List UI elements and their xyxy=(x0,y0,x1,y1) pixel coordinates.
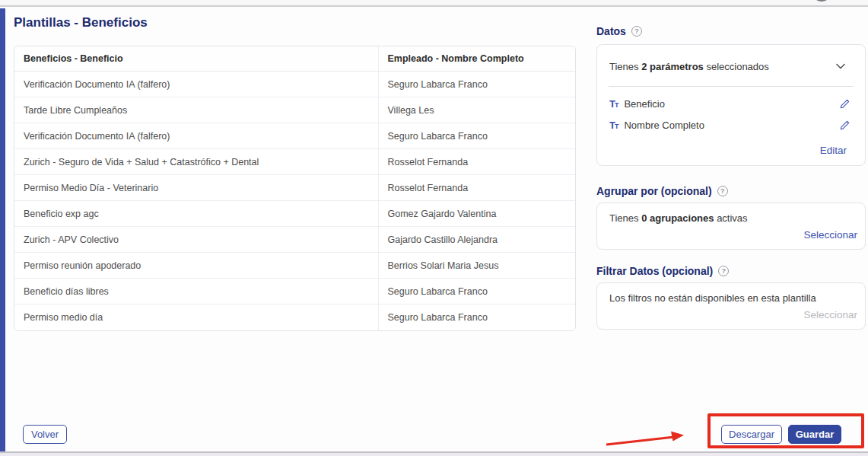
cell-beneficio: Zurich - Seguro de Vida + Salud + Catast… xyxy=(14,149,378,175)
datos-heading: Datos ? xyxy=(596,25,642,37)
parameter-label: Nombre Completo xyxy=(624,120,840,131)
cell-empleado: Rosselot Fernanda xyxy=(378,175,575,201)
bottom-strip xyxy=(0,451,868,456)
cell-empleado: Rosselot Fernanda xyxy=(378,149,575,175)
cell-empleado: Gajardo Castillo Alejandra xyxy=(378,227,575,253)
page-title: Plantillas - Beneficios xyxy=(14,15,148,30)
parameters-summary[interactable]: Tienes 2 parámetros seleccionados xyxy=(597,48,865,85)
cell-beneficio: Verificación Documento IA (falfero) xyxy=(14,72,378,97)
agrupar-heading: Agrupar por (opcional) ? xyxy=(596,185,728,197)
cell-beneficio: Permiso Medio Día - Veterinario xyxy=(14,175,378,201)
table-row: Permiso Medio Día - VeterinarioRosselot … xyxy=(14,175,575,201)
filtrar-heading: Filtrar Datos (opcional) ? xyxy=(596,265,729,277)
table-row: Zurich - APV ColectivoGajardo Castillo A… xyxy=(14,227,575,253)
browser-top-strip xyxy=(0,0,868,7)
agrupar-status-text: Tienes 0 agrupaciones activas xyxy=(597,203,865,224)
cell-empleado: Seguro Labarca Franco xyxy=(378,72,575,97)
cell-beneficio: Beneficio exp agc xyxy=(14,201,378,227)
cell-beneficio: Permiso reunión apoderado xyxy=(14,253,378,279)
card-divider xyxy=(609,86,854,87)
cell-beneficio: Tarde Libre Cumpleaños xyxy=(14,97,378,123)
cell-empleado: Villega Les xyxy=(378,97,575,123)
cell-beneficio: Beneficio días libres xyxy=(14,279,378,305)
cell-empleado: Gomez Gajardo Valentina xyxy=(378,201,575,227)
agrupar-heading-label: Agrupar por (opcional) xyxy=(596,185,712,197)
parameters-summary-text: Tienes 2 parámetros seleccionados xyxy=(609,61,769,72)
table-row: Permiso medio díaSeguro Labarca Franco xyxy=(14,305,575,330)
parameter-item: TT Beneficio xyxy=(597,93,865,114)
cell-beneficio: Zurich - APV Colectivo xyxy=(14,227,378,253)
filtrar-seleccionar-link-disabled: Seleccionar xyxy=(597,304,865,320)
left-accent-bar xyxy=(0,8,5,451)
table-header-row: Beneficios - Beneficio Empleado - Nombre… xyxy=(14,46,575,72)
datos-heading-label: Datos xyxy=(596,25,626,37)
chevron-down-icon[interactable] xyxy=(836,63,845,69)
cell-empleado: Seguro Labarca Franco xyxy=(378,279,575,305)
descargar-button[interactable]: Descargar xyxy=(721,425,782,444)
volver-button[interactable]: Volver xyxy=(23,425,67,444)
agrupar-card: Tienes 0 agrupaciones activas Selecciona… xyxy=(596,202,866,250)
text-type-icon: TT xyxy=(609,120,618,131)
preview-table: Beneficios - Beneficio Empleado - Nombre… xyxy=(14,46,576,331)
help-icon[interactable]: ? xyxy=(718,266,729,276)
datos-card: Tienes 2 parámetros seleccionados TT Ben… xyxy=(596,44,866,166)
cell-beneficio: Permiso medio día xyxy=(14,305,378,330)
editar-link[interactable]: Editar xyxy=(597,136,865,156)
filtrar-heading-label: Filtrar Datos (opcional) xyxy=(596,265,713,277)
help-icon[interactable]: ? xyxy=(717,186,728,196)
parameter-label: Beneficio xyxy=(624,98,840,110)
table-row: Beneficio exp agcGomez Gajardo Valentina xyxy=(14,201,575,227)
edit-pencil-icon[interactable] xyxy=(840,99,850,109)
filtrar-card: Los filtros no están disponibles en esta… xyxy=(596,282,866,330)
cell-empleado: Seguro Labarca Franco xyxy=(378,123,575,149)
table-row: Beneficio días libresSeguro Labarca Fran… xyxy=(14,279,575,305)
table-row: Tarde Libre CumpleañosVillega Les xyxy=(14,97,575,123)
guardar-button[interactable]: Guardar xyxy=(788,425,841,444)
cell-empleado: Berrios Solari Maria Jesus xyxy=(378,253,575,279)
cell-beneficio: Verificación Documento IA (falfero) xyxy=(14,123,378,149)
edit-pencil-icon[interactable] xyxy=(840,120,850,130)
annotation-arrow xyxy=(603,429,694,448)
column-header-empleado: Empleado - Nombre Completo xyxy=(378,46,575,72)
column-header-beneficio: Beneficios - Beneficio xyxy=(14,46,378,72)
parameter-item: TT Nombre Completo xyxy=(597,114,865,136)
table-row: Verificación Documento IA (falfero)Segur… xyxy=(14,72,575,97)
filtrar-status-text: Los filtros no están disponibles en esta… xyxy=(597,283,865,304)
table-row: Zurich - Seguro de Vida + Salud + Catast… xyxy=(14,149,575,175)
table-row: Permiso reunión apoderadoBerrios Solari … xyxy=(14,253,575,279)
cell-empleado: Seguro Labarca Franco xyxy=(378,305,575,330)
table-row: Verificación Documento IA (falfero)Segur… xyxy=(14,123,575,149)
agrupar-seleccionar-link[interactable]: Seleccionar xyxy=(597,224,865,241)
text-type-icon: TT xyxy=(609,98,618,110)
help-icon[interactable]: ? xyxy=(631,26,642,37)
parameter-list: TT Beneficio TT Nombre Completo xyxy=(597,93,865,136)
